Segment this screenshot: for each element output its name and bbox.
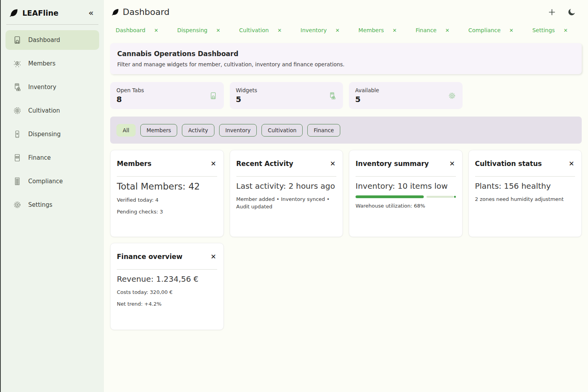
close-tab-icon[interactable]: ✕ <box>278 27 282 33</box>
widget-recent-activity: Recent Activity ✕ Last activity: 2 hours… <box>230 150 343 237</box>
widget-finance-overview: Finance overview ✕ Revenue: 1.234,56 € C… <box>110 243 224 330</box>
close-widget-icon[interactable]: ✕ <box>210 160 217 167</box>
members-icon <box>13 59 22 68</box>
finance-icon <box>13 153 22 162</box>
widget-primary-text: Total Members: 42 <box>117 181 217 191</box>
dashboard-banner: Cannabis Operations Dashboard Filter and… <box>110 43 582 74</box>
stat-label: Widgets <box>236 87 258 93</box>
tab-dispensing[interactable]: Dispensing✕ <box>177 27 220 33</box>
stats-empty-cell <box>468 82 582 109</box>
close-tab-icon[interactable]: ✕ <box>392 27 397 33</box>
widget-line: Costs today: 320,00 € <box>117 289 217 296</box>
widget-title: Members <box>117 160 151 168</box>
widget-cultivation-status: Cultivation status ✕ Plants: 156 healthy… <box>468 150 582 237</box>
filter-chip-finance[interactable]: Finance <box>307 124 340 137</box>
sidebar-item-label: Compliance <box>28 178 63 185</box>
close-tab-icon[interactable]: ✕ <box>154 27 158 33</box>
sidebar-divider <box>6 24 98 25</box>
widget-members: Members ✕ Total Members: 42 Verified tod… <box>110 150 224 237</box>
sidebar-item-label: Settings <box>28 201 53 208</box>
warehouse-utilization-progressbar <box>356 195 456 198</box>
sidebar-item-dispensing[interactable]: Dispensing <box>5 124 99 144</box>
banner-title: Cannabis Operations Dashboard <box>117 50 575 58</box>
sidebar-item-cultivation[interactable]: Cultivation <box>5 101 99 120</box>
leaf-logo-icon <box>9 8 19 18</box>
main-content: Dashboard Dashboard✕ Dispensing✕ Cultiva… <box>104 0 588 392</box>
close-widget-icon[interactable]: ✕ <box>568 160 575 167</box>
inventory-icon <box>13 82 22 92</box>
widget-line: Verified today: 4 <box>117 197 217 204</box>
widget-primary-text: Plants: 156 healthy <box>475 181 575 191</box>
sidebar-collapse-button[interactable]: « <box>85 9 97 17</box>
dashboard-icon <box>209 91 218 100</box>
sidebar: LEAFline « Dashboard Members Inventory C… <box>0 0 104 392</box>
widget-title: Inventory summary <box>356 160 429 168</box>
leaf-icon <box>111 8 120 16</box>
close-tab-icon[interactable]: ✕ <box>216 27 220 33</box>
tab-finance[interactable]: Finance✕ <box>416 27 449 33</box>
sidebar-item-settings[interactable]: Settings <box>5 195 99 215</box>
close-tab-icon[interactable]: ✕ <box>445 27 450 33</box>
widget-divider <box>356 176 456 177</box>
widget-primary-text: Inventory: 10 items low <box>356 181 456 191</box>
tab-members[interactable]: Members✕ <box>358 27 397 33</box>
close-widget-icon[interactable]: ✕ <box>210 253 217 260</box>
widget-line: Member added • Inventory synced • Audit … <box>236 196 337 211</box>
page-title: Dashboard <box>123 7 547 17</box>
stat-widgets: Widgets 5 <box>230 82 343 109</box>
close-tab-icon[interactable]: ✕ <box>335 27 339 33</box>
tab-inventory[interactable]: Inventory✕ <box>301 27 340 33</box>
moon-icon[interactable] <box>567 7 576 17</box>
filter-chip-inventory[interactable]: Inventory <box>219 124 257 137</box>
dispensing-icon <box>13 129 22 139</box>
logo-row: LEAFline « <box>5 5 99 18</box>
stat-value: 5 <box>355 95 379 104</box>
sidebar-item-compliance[interactable]: Compliance <box>5 171 99 191</box>
widget-divider <box>117 176 217 177</box>
inventory-icon <box>328 91 337 100</box>
filter-chip-activity[interactable]: Activity <box>182 124 214 137</box>
sidebar-item-label: Members <box>28 60 56 67</box>
plus-icon[interactable] <box>547 7 557 17</box>
stat-value: 8 <box>116 95 144 104</box>
widget-line: Pending checks: 3 <box>117 208 217 216</box>
stat-value: 5 <box>236 95 258 104</box>
tab-settings[interactable]: Settings✕ <box>532 27 568 33</box>
sidebar-item-label: Cultivation <box>28 107 60 114</box>
close-tab-icon[interactable]: ✕ <box>509 27 514 33</box>
sidebar-item-dashboard[interactable]: Dashboard <box>5 30 99 50</box>
sidebar-item-finance[interactable]: Finance <box>5 148 99 168</box>
sidebar-item-members[interactable]: Members <box>5 54 99 73</box>
sidebar-item-label: Dashboard <box>28 36 60 44</box>
widget-inventory-summary: Inventory summary ✕ Inventory: 10 items … <box>349 150 463 237</box>
close-tab-icon[interactable]: ✕ <box>563 27 568 33</box>
filter-chip-members[interactable]: Members <box>140 124 178 137</box>
widget-line: Warehouse utilization: 68% <box>356 202 456 210</box>
widget-divider <box>475 176 575 177</box>
progressbar-track <box>426 196 453 198</box>
sidebar-item-label: Dispensing <box>28 131 61 138</box>
tab-compliance[interactable]: Compliance✕ <box>468 27 514 33</box>
header-actions <box>547 7 581 17</box>
stat-open-tabs: Open Tabs 8 <box>110 82 224 109</box>
tab-dashboard[interactable]: Dashboard✕ <box>116 27 158 33</box>
widget-primary-text: Last activity: 2 hours ago <box>236 181 337 191</box>
widget-divider <box>236 176 337 177</box>
tab-bar: Dashboard✕ Dispensing✕ Cultivation✕ Inve… <box>116 27 582 33</box>
sidebar-item-inventory[interactable]: Inventory <box>5 77 99 97</box>
filter-chip-all[interactable]: All <box>116 124 136 137</box>
filter-bar: All Members Activity Inventory Cultivati… <box>110 117 582 144</box>
filter-chip-cultivation[interactable]: Cultivation <box>261 124 303 137</box>
close-widget-icon[interactable]: ✕ <box>448 160 456 167</box>
progressbar-fill <box>356 195 424 198</box>
app-name: LEAFline <box>22 9 85 17</box>
widget-divider <box>117 269 217 270</box>
sidebar-item-label: Inventory <box>28 84 56 91</box>
tab-cultivation[interactable]: Cultivation✕ <box>239 27 282 33</box>
stat-label: Open Tabs <box>116 87 144 93</box>
widget-title: Finance overview <box>117 253 182 261</box>
settings-icon <box>13 200 22 210</box>
close-widget-icon[interactable]: ✕ <box>329 160 336 167</box>
widget-primary-text: Revenue: 1.234,56 € <box>117 274 217 284</box>
widget-title: Cultivation status <box>475 160 542 168</box>
